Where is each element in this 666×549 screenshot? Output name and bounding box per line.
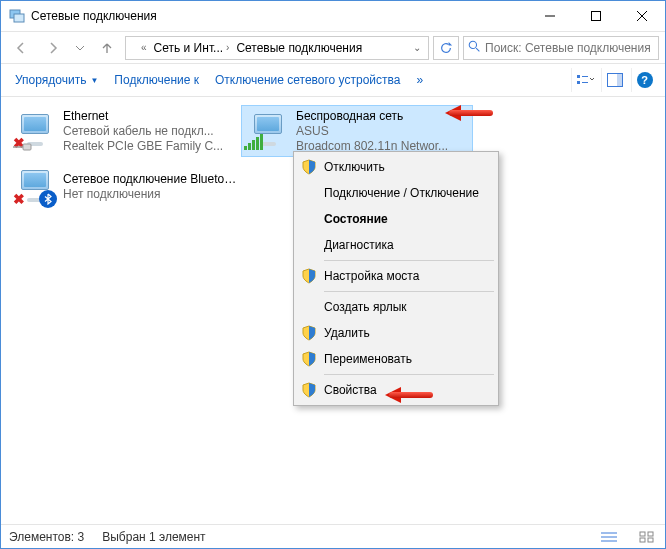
recent-locations-button[interactable] [71,35,89,61]
help-button[interactable]: ? [631,68,657,92]
maximize-button[interactable] [573,1,619,31]
menu-item-shortcut[interactable]: Создать ярлык [296,294,496,320]
connection-name: Беспроводная сеть [296,109,468,124]
address-bar-row: « Сеть и Инт...› Сетевые подключения ⌄ [1,31,665,63]
menu-item-properties[interactable]: Свойства [296,377,496,403]
status-element-count: Элементов: 3 [9,530,84,544]
connection-name: Сетевое подключение Bluetooth [63,172,237,187]
window-controls [527,1,665,31]
svg-rect-1 [14,14,24,22]
disconnected-icon: ✖ [13,192,27,206]
title-bar: Сетевые подключения [1,1,665,31]
svg-rect-22 [648,532,653,536]
app-icon [9,8,25,24]
bluetooth-icon [39,190,57,208]
address-box[interactable]: « Сеть и Инт...› Сетевые подключения ⌄ [125,36,429,60]
menu-separator [324,374,494,375]
connection-status: Нет подключения [63,187,237,202]
shield-icon [301,351,317,367]
connection-item-wireless[interactable]: Беспроводная сеть ASUS Broadcom 802.11n … [241,105,473,157]
connection-name: Ethernet [63,109,237,124]
shield-icon [301,382,317,398]
connection-status: Сетевой кабель не подкл... [63,124,237,139]
organize-menu[interactable]: Упорядочить▼ [9,69,104,91]
svg-point-8 [469,41,476,48]
ethernet-plug-icon [13,142,33,152]
shield-icon [301,159,317,175]
connection-icon: ✖ [13,163,57,211]
more-commands-button[interactable]: » [410,69,429,91]
svg-rect-23 [640,538,645,542]
connect-to-button[interactable]: Подключение к [108,69,205,91]
large-icons-view-button[interactable] [637,528,657,546]
command-bar: Упорядочить▼ Подключение к Отключение се… [1,63,665,97]
menu-item-disable[interactable]: Отключить [296,154,496,180]
status-bar: Элементов: 3 Выбран 1 элемент [1,524,665,548]
connection-item-ethernet[interactable]: ✖ Ethernet Сетевой кабель не подкл... Re… [9,105,241,157]
close-button[interactable] [619,1,665,31]
menu-item-connect-disconnect[interactable]: Подключение / Отключение [296,180,496,206]
connection-device: Realtek PCIe GBE Family C... [63,139,237,154]
details-view-button[interactable] [599,528,619,546]
disable-device-button[interactable]: Отключение сетевого устройства [209,69,406,91]
help-icon: ? [637,72,653,88]
svg-rect-10 [577,75,580,78]
breadcrumb-segment[interactable]: Сетевые подключения [234,41,364,55]
connection-status: ASUS [296,124,468,139]
content-area: ✖ Ethernet Сетевой кабель не подкл... Re… [1,97,665,525]
menu-item-status[interactable]: Состояние [296,206,496,232]
svg-rect-21 [640,532,645,536]
svg-rect-11 [577,81,580,84]
connection-icon: ✖ [13,107,57,155]
search-input[interactable] [485,41,654,55]
up-button[interactable] [93,35,121,61]
menu-item-bridge[interactable]: Настройка моста [296,263,496,289]
search-box[interactable] [463,36,659,60]
back-button[interactable] [7,35,35,61]
svg-rect-16 [23,144,31,150]
refresh-button[interactable] [433,36,459,60]
forward-button[interactable] [39,35,67,61]
menu-item-rename[interactable]: Переименовать [296,346,496,372]
wifi-signal-icon [244,134,263,150]
view-options-button[interactable] [571,68,597,92]
context-menu: Отключить Подключение / Отключение Состо… [293,151,499,406]
svg-rect-15 [617,74,622,86]
status-selected-count: Выбран 1 элемент [102,530,205,544]
menu-item-diagnostics[interactable]: Диагностика [296,232,496,258]
window-title: Сетевые подключения [31,9,527,23]
address-dropdown-button[interactable]: ⌄ [408,42,426,53]
connection-item-bluetooth[interactable]: ✖ Сетевое подключение Bluetooth Нет подк… [9,161,241,213]
connection-icon [246,108,290,154]
svg-rect-24 [648,538,653,542]
search-icon [468,39,481,57]
menu-separator [324,260,494,261]
shield-icon [301,268,317,284]
menu-separator [324,291,494,292]
svg-line-9 [476,48,479,51]
preview-pane-button[interactable] [601,68,627,92]
breadcrumb-segment[interactable]: « [136,42,152,53]
svg-rect-3 [592,12,601,21]
menu-item-delete[interactable]: Удалить [296,320,496,346]
breadcrumb-segment[interactable]: Сеть и Инт...› [152,41,235,55]
minimize-button[interactable] [527,1,573,31]
shield-icon [301,325,317,341]
